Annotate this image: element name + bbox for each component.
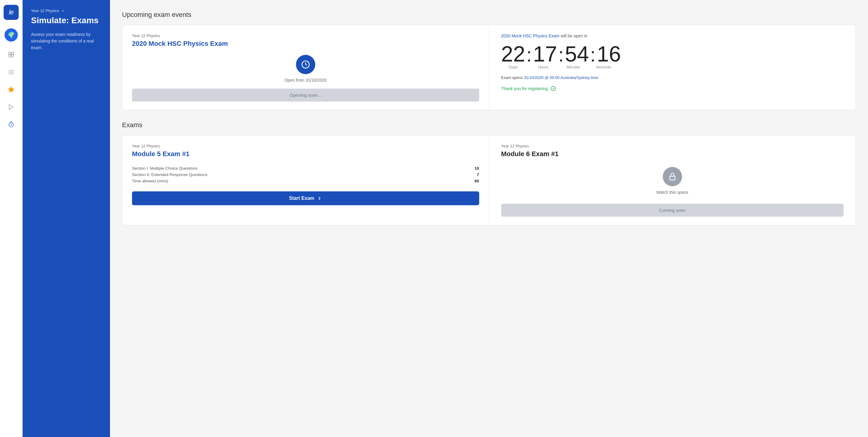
sidebar: Year 12 Physics Simulate: Exams Assess y… [23,0,110,437]
exam1-detail2-label: Section II: Extended Response Questions [132,173,207,177]
exam1-detail1-value: 10 [474,166,479,170]
exam1-detail-row-3: Time allowed (mins) 60 [132,178,479,184]
exam-opens-prefix: Exam opens [501,75,524,80]
nav-icon-timer[interactable] [7,120,16,129]
lock-icon-circle [663,167,682,186]
exam1-detail-row-1: Section I: Multiple Choice Questions 10 [132,165,479,171]
upcoming-section-title: Upcoming exam events [122,11,856,19]
sidebar-title: Simulate: Exams [31,15,101,26]
svg-rect-2 [9,55,11,57]
icon-bar: le 🌍 [0,0,23,437]
countdown-sep2: : [557,44,565,64]
watch-space-text: Watch this space [501,190,844,195]
countdown-sep1: : [525,44,533,64]
upcoming-exam-card: Year 12 Physics 2020 Mock HSC Physics Ex… [122,25,856,110]
minutes-label: Minutes [561,65,586,69]
exams-cards-row: Year 12 Physics Module 5 Exam #1 Section… [122,135,856,225]
clock-icon-circle [296,55,315,74]
countdown-exam-link: 2020 Mock HSC Physics Exam [501,33,560,38]
seconds-label: Seconds [592,65,616,69]
countdown-labels: Days Hours Minutes Seconds [501,65,844,69]
app-logo[interactable]: le [4,5,19,20]
svg-marker-7 [8,87,14,92]
nav-icon-star[interactable] [7,85,16,94]
nav-icon-dashboard[interactable] [7,50,16,59]
exam1-detail2-value: 7 [477,173,479,177]
thank-you-text: Thank you for registering. [501,86,844,91]
countdown-minutes-block: 54 [565,43,589,65]
exam1-detail3-value: 60 [474,179,479,183]
exam-opens-text: Exam opens 31/10/2020 @ 09:00 Australia/… [501,75,844,80]
svg-point-12 [551,87,556,91]
svg-rect-3 [11,55,13,57]
clock-icon-wrap [132,55,479,74]
countdown-hours-block: 17 [533,43,557,65]
countdown-days-block: 22 [501,43,525,65]
days-label: Days [501,65,525,69]
main-content: Upcoming exam events Year 12 Physics 202… [110,0,868,437]
exams-section-title: Exams [122,121,856,129]
countdown-seconds-block: 16 [597,43,621,65]
exam1-card: Year 12 Physics Module 5 Exam #1 Section… [122,135,489,225]
chevron-down-icon [61,9,65,13]
upcoming-exam-title: 2020 Mock HSC Physics Exam [132,40,479,48]
opening-soon-button[interactable]: Opening soon... [132,89,479,101]
svg-rect-1 [11,52,13,54]
exam1-detail3-label: Time allowed (mins) [132,179,168,183]
upcoming-exam-subject: Year 12 Physics [132,33,479,38]
coming-soon-button[interactable]: Coming soon [501,204,844,217]
lock-icon [668,172,677,181]
countdown-numbers-row: 22 : 17 : 54 : 16 [501,43,844,65]
clock-icon [301,60,310,69]
exam1-subject: Year 12 Physics [132,144,479,148]
sidebar-description: Assess your exam readiness by simulating… [31,31,101,51]
exam1-title: Module 5 Exam #1 [132,150,479,158]
countdown-intro-suffix: will be open in [559,33,587,38]
hours-label: Hours [531,65,555,69]
chevron-right-icon [317,196,322,201]
exam2-subject: Year 12 Physics [501,144,844,148]
user-avatar[interactable]: 🌍 [4,28,18,41]
check-circle-icon [551,86,556,91]
sidebar-subject[interactable]: Year 12 Physics [31,8,101,13]
exam1-detail-row-2: Section II: Extended Response Questions … [132,171,479,178]
exam2-title: Module 6 Exam #1 [501,150,844,158]
countdown-header: 2020 Mock HSC Physics Exam will be open … [501,33,844,38]
countdown-seconds: 16 [597,43,621,65]
upcoming-exam-right: 2020 Mock HSC Physics Exam will be open … [489,25,856,110]
countdown-hours: 17 [533,43,557,65]
nav-icon-menu[interactable] [7,67,16,76]
svg-marker-8 [9,104,13,110]
exam1-detail1-label: Section I: Multiple Choice Questions [132,166,197,170]
countdown-minutes: 54 [565,43,589,65]
exam-opens-date: 31/10/2020 @ 09:00 Australia/Sydney time [524,75,598,80]
nav-icon-play[interactable] [7,102,16,112]
upcoming-exam-left: Year 12 Physics 2020 Mock HSC Physics Ex… [122,25,489,110]
start-exam-button[interactable]: Start Exam [132,191,479,205]
countdown-sep3: : [589,44,597,64]
countdown-days: 22 [501,43,525,65]
open-from-text: Open from 31/10/2020 [132,78,479,83]
svg-rect-13 [670,176,675,180]
exam1-details: Section I: Multiple Choice Questions 10 … [132,165,479,184]
svg-rect-0 [9,52,11,54]
exam2-card: Year 12 Physics Module 6 Exam #1 Watch t… [489,135,856,225]
